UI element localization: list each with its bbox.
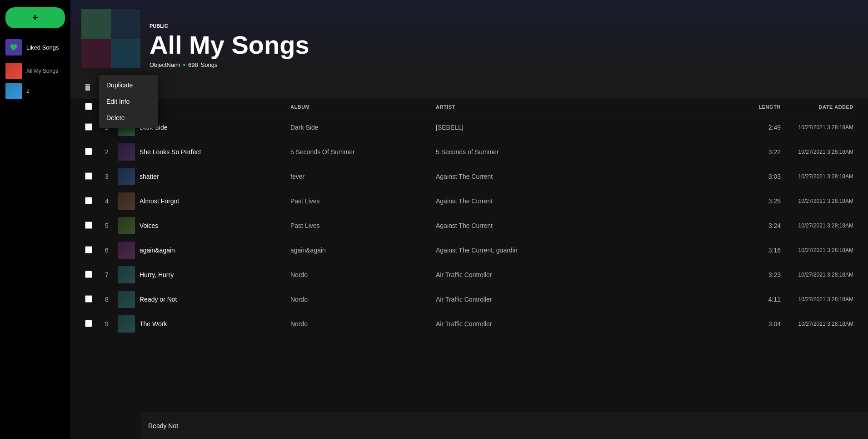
row-checkbox-1[interactable]: [85, 148, 92, 155]
sidebar-item-all-my-songs[interactable]: All My Songs: [0, 61, 70, 81]
add-button[interactable]: +: [5, 7, 65, 28]
row-checkbox-6[interactable]: [85, 271, 92, 278]
row-check-2[interactable]: [81, 164, 100, 189]
row-num-4: 5: [100, 213, 118, 238]
row-album-8: Nordo: [290, 312, 436, 336]
sidebar-item-2[interactable]: 2: [0, 81, 70, 101]
col-header-check: [81, 99, 100, 115]
delete-button[interactable]: [81, 81, 94, 94]
row-check-1[interactable]: [81, 140, 100, 164]
row-artist-3: Against The Current: [436, 189, 748, 213]
row-album-5: again&again: [290, 238, 436, 262]
row-num-6: 7: [100, 262, 118, 287]
row-check-7[interactable]: [81, 287, 100, 312]
row-date-2: 10/27/2021 3:28:18AM: [784, 164, 857, 189]
row-checkbox-5[interactable]: [85, 246, 92, 253]
playlist-song-count: 698: [188, 61, 198, 68]
row-song-name-6: Hurry, Hurry: [140, 271, 174, 278]
cover-cell-4: [111, 39, 140, 68]
row-title-5: again&again: [118, 238, 290, 262]
row-album-6: Nordo: [290, 262, 436, 287]
status-text: Ready Not: [148, 422, 178, 429]
table-row: 2 She Looks So Perfect 5 Seconds Of Summ…: [81, 140, 857, 164]
context-menu-edit-info[interactable]: Edit Info: [99, 93, 158, 110]
row-album-1: 5 Seconds Of Summer: [290, 140, 436, 164]
row-check-0[interactable]: [81, 115, 100, 140]
table-header-row: ↑ # TITLE ALBUM ARTIST LENGTH DATE ADDED: [81, 99, 857, 115]
row-album-0: Dark Side: [290, 115, 436, 140]
liked-songs-label: Liked Songs: [26, 44, 59, 51]
row-num-1: 2: [100, 140, 118, 164]
row-artist-8: Air Traffic Controller: [436, 312, 748, 336]
row-thumb-4: [118, 217, 135, 234]
row-check-6[interactable]: [81, 262, 100, 287]
liked-songs-icon: [5, 39, 22, 56]
row-checkbox-0[interactable]: [85, 123, 92, 131]
row-check-8[interactable]: [81, 312, 100, 336]
table-row: 1 Dark Side Dark Side [SEBELL] 2:49 10/2…: [81, 115, 857, 140]
table-row: 6 again&again again&again Against The Cu…: [81, 238, 857, 262]
row-date-4: 10/27/2021 3:28:18AM: [784, 213, 857, 238]
playlist-meta: ObjectNaim 698 Songs: [150, 61, 309, 68]
row-length-5: 3:16: [748, 238, 784, 262]
context-menu-delete[interactable]: Delete: [99, 110, 158, 126]
row-num-2: 3: [100, 164, 118, 189]
row-thumb-5: [118, 242, 135, 259]
bottom-bar: Ready Not: [141, 412, 868, 439]
table-row: 8 Ready or Not Nordo Air Traffic Control…: [81, 287, 857, 312]
row-num-5: 6: [100, 238, 118, 262]
row-check-5[interactable]: [81, 238, 100, 262]
row-album-7: Nordo: [290, 287, 436, 312]
context-menu-duplicate[interactable]: Duplicate: [99, 77, 158, 93]
row-length-8: 3:04: [748, 312, 784, 336]
row-artist-2: Against The Current: [436, 164, 748, 189]
playlist-cover: [81, 9, 140, 68]
playlist-info: PUBLIC All My Songs ObjectNaim 698 Songs: [150, 23, 309, 68]
cover-cell-1: [81, 9, 111, 39]
row-checkbox-4[interactable]: [85, 222, 92, 229]
row-thumb-2: [118, 168, 135, 185]
row-date-3: 10/27/2021 3:28:18AM: [784, 189, 857, 213]
row-title-8: The Work: [118, 312, 290, 336]
row-checkbox-3[interactable]: [85, 197, 92, 204]
songs-table: ↑ # TITLE ALBUM ARTIST LENGTH DATE ADDED…: [81, 99, 857, 336]
row-thumb-1: [118, 143, 135, 161]
playlist-owner: ObjectNaim: [150, 61, 180, 68]
playlist-header: PUBLIC All My Songs ObjectNaim 698 Songs: [70, 0, 868, 76]
row-song-name-5: again&again: [140, 247, 175, 254]
row-album-2: fever: [290, 164, 436, 189]
col-header-length: LENGTH: [748, 99, 784, 115]
col-header-date: DATE ADDED: [784, 99, 857, 115]
liked-songs-item[interactable]: Liked Songs: [0, 35, 70, 59]
row-check-3[interactable]: [81, 189, 100, 213]
row-title-4: Voices: [118, 213, 290, 238]
cover-cell-2: [111, 9, 140, 39]
context-menu: Duplicate Edit Info Delete: [99, 75, 158, 128]
row-artist-5: Against The Current, guardin: [436, 238, 748, 262]
row-artist-4: Against The Current: [436, 213, 748, 238]
row-title-6: Hurry, Hurry: [118, 262, 290, 287]
table-row: 5 Voices Past Lives Against The Current …: [81, 213, 857, 238]
row-length-3: 3:28: [748, 189, 784, 213]
row-length-1: 3:22: [748, 140, 784, 164]
playlist-title: All My Songs: [150, 32, 309, 58]
songs-table-container[interactable]: ↑ # TITLE ALBUM ARTIST LENGTH DATE ADDED…: [70, 99, 868, 439]
playlist-thumb-1: [5, 63, 22, 79]
table-row: 3 shatter fever Against The Current 3:03…: [81, 164, 857, 189]
row-artist-6: Air Traffic Controller: [436, 262, 748, 287]
playlist-type: PUBLIC: [150, 23, 309, 29]
row-date-0: 10/27/2021 3:28:18AM: [784, 115, 857, 140]
row-checkbox-2[interactable]: [85, 172, 92, 180]
row-length-4: 3:24: [748, 213, 784, 238]
row-thumb-3: [118, 192, 135, 210]
row-length-6: 3:23: [748, 262, 784, 287]
row-checkbox-7[interactable]: [85, 295, 92, 303]
select-all-checkbox[interactable]: [85, 103, 92, 110]
row-date-1: 10/27/2021 3:28:18AM: [784, 140, 857, 164]
row-thumb-6: [118, 266, 135, 283]
row-album-4: Past Lives: [290, 213, 436, 238]
row-checkbox-8[interactable]: [85, 320, 92, 327]
row-check-4[interactable]: [81, 213, 100, 238]
row-song-name-1: She Looks So Perfect: [140, 148, 201, 156]
row-date-5: 10/27/2021 3:28:18AM: [784, 238, 857, 262]
